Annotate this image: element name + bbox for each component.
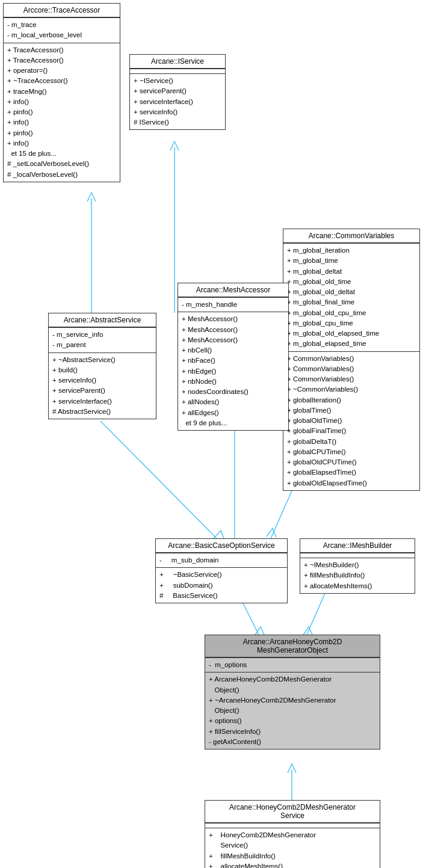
basic-case-option-service-box: Arcane::BasicCaseOptionService - m_sub_d… — [155, 538, 288, 603]
trace-accessor-fields: - m_trace - m_local_verbose_level — [4, 17, 120, 43]
honey-comb-service-methods: + HoneyComb2DMeshGenerator Service() + f… — [205, 828, 380, 868]
trace-accessor-box: Arccore::TraceAccessor - m_trace - m_loc… — [3, 3, 120, 182]
honey-comb-service-box: Arcane::HoneyComb2DMeshGeneratorService … — [205, 800, 380, 868]
trace-accessor-methods: + TraceAccessor() + TraceAccessor() + op… — [4, 43, 120, 182]
basic-case-option-service-methods: + ~BasicService() + subDomain() # BasicS… — [156, 567, 287, 603]
abstract-service-fields: - m_service_info - m_parent — [49, 327, 156, 352]
mesh-accessor-box: Arcane::MeshAccessor - m_mesh_handle + M… — [178, 283, 289, 431]
iservice-box: Arcane::IService + ~IService() + service… — [129, 54, 226, 130]
mesh-accessor-title: Arcane::MeshAccessor — [178, 283, 288, 297]
common-variables-methods: + CommonVariables() + CommonVariables() … — [283, 351, 419, 490]
imesh-builder-title: Arcane::IMeshBuilder — [300, 539, 415, 553]
trace-accessor-title: Arccore::TraceAccessor — [4, 4, 120, 17]
svg-line-6 — [307, 586, 328, 635]
imesh-builder-fields — [300, 553, 415, 558]
abstract-service-methods: + ~AbstractService() + build() + service… — [49, 352, 156, 419]
mesh-accessor-methods: + MeshAccessor() + MeshAccessor() + Mesh… — [178, 312, 288, 430]
common-variables-box: Arcane::CommonVariables + m_global_itera… — [283, 229, 420, 491]
common-variables-fields: + m_global_iteration + m_global_time + m… — [283, 243, 419, 351]
basic-case-option-service-fields: - m_sub_domain — [156, 553, 287, 567]
iservice-methods: + ~IService() + serviceParent() + servic… — [130, 73, 225, 129]
honey-comb-service-fields — [205, 823, 380, 828]
imesh-builder-methods: + ~IMeshBuilder() + fillMeshBuildInfo() … — [300, 558, 415, 593]
imesh-builder-box: Arcane::IMeshBuilder + ~IMeshBuilder() +… — [300, 538, 415, 594]
arcane-honey-comb-title: Arcane::ArcaneHoneyComb2DMeshGeneratorOb… — [205, 635, 380, 657]
common-variables-title: Arcane::CommonVariables — [283, 229, 419, 243]
abstract-service-box: Arcane::AbstractService - m_service_info… — [48, 313, 156, 419]
mesh-accessor-fields: - m_mesh_handle — [178, 297, 288, 312]
abstract-service-title: Arcane::AbstractService — [49, 313, 156, 327]
arcane-honey-comb-fields: - m_options — [205, 657, 380, 672]
arcane-honey-comb-box: Arcane::ArcaneHoneyComb2DMeshGeneratorOb… — [205, 635, 380, 749]
svg-line-2 — [100, 421, 217, 538]
iservice-fields — [130, 69, 225, 73]
basic-case-option-service-title: Arcane::BasicCaseOptionService — [156, 539, 287, 553]
iservice-title: Arcane::IService — [130, 55, 225, 69]
honey-comb-service-title: Arcane::HoneyComb2DMeshGeneratorService — [205, 801, 380, 823]
arcane-honey-comb-methods: + ArcaneHoneyComb2DMeshGenerator Object(… — [205, 672, 380, 749]
